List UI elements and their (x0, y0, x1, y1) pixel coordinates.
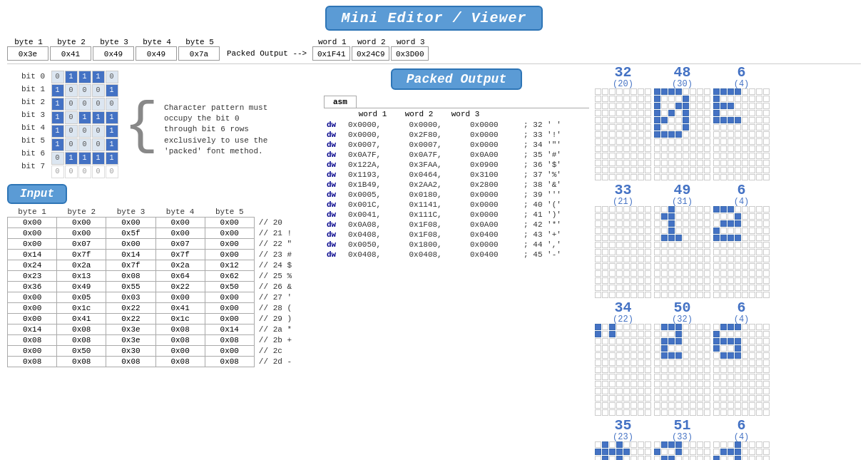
packed-word-headers: word 1 word 2 word 3 (324, 110, 589, 118)
pixel-cell (602, 206, 608, 213)
bit-cell-7-4: 0 (106, 165, 118, 178)
pixel-cell (602, 263, 608, 270)
table-row: 0x000x500x300x000x00// 2c (8, 346, 314, 357)
packed-cell-2-4: ; 34 '"' (521, 140, 589, 150)
preview-sub: (32) (672, 315, 693, 324)
pixel-cell (661, 206, 668, 213)
pixel-cell (735, 409, 741, 416)
pixel-cell (638, 242, 644, 248)
pixel-cell (609, 263, 616, 270)
pixel-cell (675, 88, 682, 95)
pixel-cell (595, 213, 601, 220)
pixel-cell (727, 456, 734, 460)
pixel-cell (630, 352, 637, 359)
pixel-cell (683, 285, 689, 291)
pixel-cell (713, 292, 720, 298)
pixel-cell (713, 145, 720, 152)
packed-cell-7-2: 0x0180, (407, 190, 468, 200)
pixel-cell (683, 167, 689, 173)
pixel-cell (675, 96, 682, 102)
bit-grid-container: bit 0bit 1bit 2bit 3bit 4bit 5bit 6bit 7… (21, 70, 118, 178)
input-cell-13-2: 0x08 (106, 357, 155, 367)
pixel-cell (704, 117, 710, 123)
pixel-cell (630, 381, 637, 387)
pixel-cell (616, 117, 623, 123)
bit-cell-2-3: 0 (92, 98, 105, 111)
pixel-cell (749, 138, 755, 145)
pixel-cell (742, 331, 748, 337)
pixel-cell (661, 367, 668, 373)
packed-cell-0-4: ; 32 ' ' (521, 120, 589, 130)
pixel-cell (623, 167, 630, 173)
pixel-cell (654, 263, 660, 270)
pixel-cell (763, 388, 770, 394)
pixel-cell (675, 160, 682, 166)
pixel-cell (595, 456, 601, 460)
pixel-cell (720, 402, 727, 409)
bit-cell-0-1: 1 (65, 71, 78, 83)
pixel-cell (645, 138, 651, 145)
pixel-cell (690, 124, 696, 131)
pixel-cell (616, 174, 623, 180)
pixel-cell (609, 88, 616, 95)
input-cell-1-5: // 21 ! (254, 228, 313, 239)
input-cell-7-1: 0x05 (57, 292, 106, 303)
pixel-cell (742, 359, 748, 366)
bit-cell-4-0: 1 (51, 125, 64, 138)
input-cell-4-5: // 24 $ (254, 260, 313, 271)
pixel-cell (602, 145, 608, 152)
pixel-cell (690, 220, 696, 227)
pixel-cell (623, 160, 630, 166)
pixel-cell (661, 213, 668, 220)
pixel-cell (630, 277, 637, 284)
pixel-cell (727, 270, 734, 277)
pixel-cell (735, 153, 741, 159)
bit-row-label-1: bit 1 (21, 83, 48, 96)
tab-asm[interactable]: asm (324, 96, 357, 108)
pixel-cell (609, 402, 616, 409)
pixel-cell (630, 138, 637, 145)
pixel-cell (630, 228, 637, 234)
packed-cell-4-3: 0x0900 (467, 160, 521, 170)
pixel-cell (654, 270, 660, 277)
input-cell-0-2: 0x00 (106, 218, 155, 228)
pixel-cell (595, 110, 601, 116)
pixel-cell (602, 441, 608, 448)
pixel-cell (704, 388, 710, 394)
pixel-cell (616, 352, 623, 359)
pixel-cell (609, 367, 616, 373)
packed-wlabel1: word 1 (349, 110, 396, 118)
pixel-cell (609, 270, 616, 277)
pixel-cell (704, 256, 710, 262)
packed-cell-6-4: ; 38 '&' (521, 180, 589, 190)
pixel-cell (654, 249, 660, 255)
pixel-cell (756, 359, 762, 366)
pixel-cell (720, 160, 727, 166)
pixel-cell (756, 285, 762, 291)
input-cell-0-4: 0x00 (205, 218, 254, 228)
bit-cell-3-3: 1 (92, 111, 105, 124)
input-cell-8-1: 0x1c (57, 303, 106, 314)
pixel-cell (742, 285, 748, 291)
pixel-cell (623, 117, 630, 123)
pixel-cell (720, 331, 727, 337)
pixel-cell (713, 402, 720, 409)
pixel-cell (683, 270, 689, 277)
pixel-cell (704, 174, 710, 180)
pixel-cell (735, 388, 741, 394)
pixel-cell (749, 263, 755, 270)
pixel-cell (661, 409, 668, 416)
pixel-cell (654, 374, 660, 380)
pixel-cell (675, 285, 682, 291)
pixel-cell (720, 174, 727, 180)
pixel-cell (763, 409, 770, 416)
pixel-cell (742, 292, 748, 298)
pixel-cell (756, 441, 762, 448)
packed-cell-6-2: 0x2AA2, (407, 180, 468, 190)
pixel-cell (616, 110, 623, 116)
pixel-cell (623, 174, 630, 180)
packed-cell-1-0: dw (324, 130, 345, 140)
pixel-cell (661, 145, 668, 152)
pixel-cell (675, 235, 682, 241)
pixel-cell (595, 381, 601, 387)
